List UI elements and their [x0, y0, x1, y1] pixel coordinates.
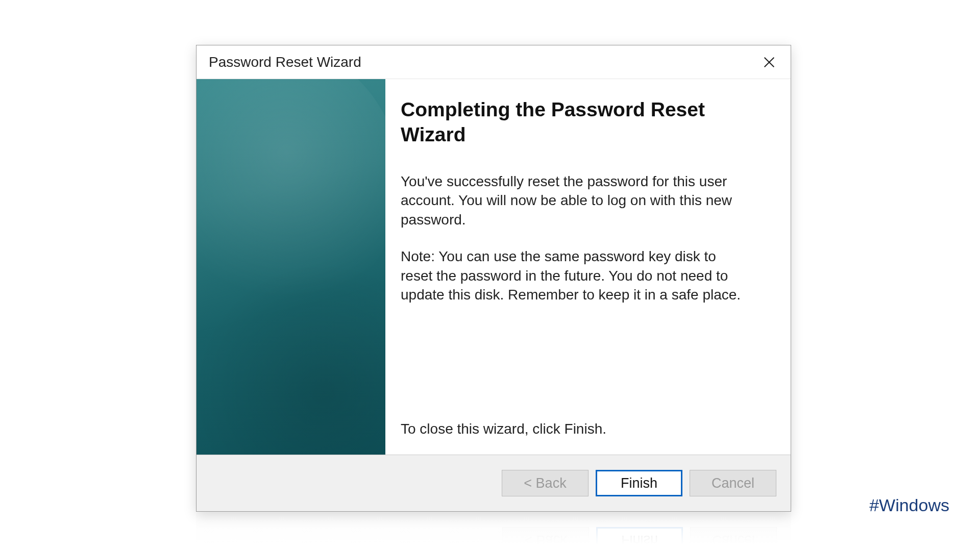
close-button[interactable] — [757, 50, 781, 74]
wizard-side-graphic — [197, 79, 385, 455]
dialog-titlebar: Password Reset Wizard — [197, 45, 791, 79]
reflection-fade — [196, 512, 791, 548]
hashtag-label: #Windows — [869, 495, 949, 515]
wizard-paragraph-note: Note: You can use the same password key … — [401, 247, 748, 305]
wizard-main-panel: Completing the Password Reset Wizard You… — [385, 79, 791, 455]
dialog-button-bar: < Back Finish Cancel — [197, 455, 791, 511]
back-button[interactable]: < Back — [502, 470, 589, 496]
wizard-heading: Completing the Password Reset Wizard — [401, 97, 727, 147]
cancel-button[interactable]: Cancel — [690, 470, 776, 496]
wizard-close-instruction: To close this wizard, click Finish. — [401, 421, 766, 437]
password-reset-wizard-dialog: Password Reset Wizard Completing the Pas… — [196, 45, 791, 512]
dialog-content: Completing the Password Reset Wizard You… — [197, 79, 791, 455]
wizard-paragraph-success: You've successfully reset the password f… — [401, 172, 748, 230]
dialog-reflection: < Back Finish Cancel — [196, 512, 791, 548]
dialog-title: Password Reset Wizard — [209, 54, 361, 70]
close-icon — [762, 55, 776, 69]
finish-button[interactable]: Finish — [596, 470, 682, 496]
